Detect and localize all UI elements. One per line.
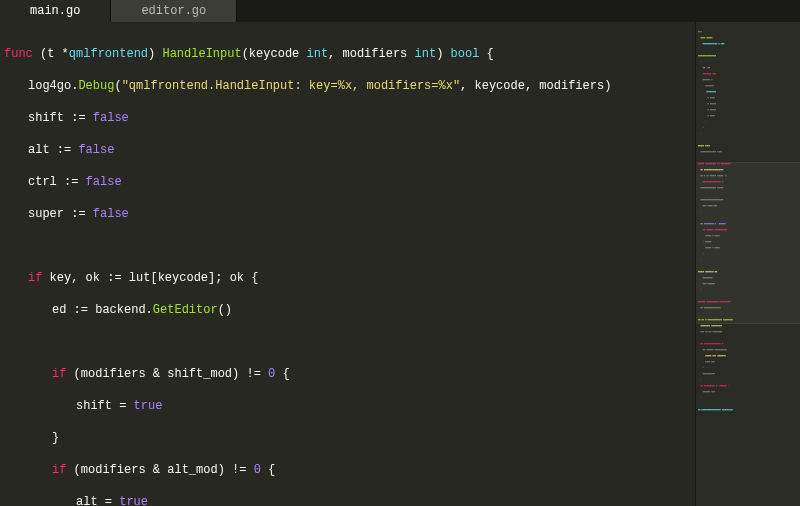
tok: shift = bbox=[76, 399, 134, 413]
editor-body: func (t *qmlfrontend) HandleInput(keycod… bbox=[0, 22, 800, 506]
code-editor[interactable]: func (t *qmlfrontend) HandleInput(keycod… bbox=[0, 22, 695, 506]
tok: { bbox=[261, 463, 275, 477]
tok: (modifiers & alt_mod) != bbox=[66, 463, 253, 477]
bool: false bbox=[93, 207, 129, 221]
tok: ctrl := bbox=[28, 175, 86, 189]
tab-label: main.go bbox=[30, 4, 80, 18]
editor-window: main.go editor.go func (t *qmlfrontend) … bbox=[0, 0, 800, 506]
tok: , keycode, modifiers) bbox=[460, 79, 611, 93]
tok: { bbox=[479, 47, 493, 61]
num: 0 bbox=[254, 463, 261, 477]
minimap[interactable]: ▄▄▄ ▄▄▄▄ ▄▄▄▄▄ ▄▄▄▄▄▄▄▄▄▄▄▄ ▄ ▄▄▄ ▄▄▄▄▄▄… bbox=[695, 22, 800, 506]
tok: alt = bbox=[76, 495, 119, 506]
fn-name: HandleInput bbox=[162, 47, 241, 61]
bool: false bbox=[93, 111, 129, 125]
kw-if: if bbox=[52, 463, 66, 477]
tok: log4go. bbox=[28, 79, 78, 93]
tok: ) bbox=[148, 47, 155, 61]
tok: super := bbox=[28, 207, 93, 221]
tok: shift := bbox=[28, 111, 93, 125]
tab-label: editor.go bbox=[141, 4, 206, 18]
kw-if: if bbox=[28, 271, 42, 285]
type: int bbox=[415, 47, 437, 61]
tok: (keycode bbox=[242, 47, 307, 61]
tok: } bbox=[52, 431, 59, 445]
tok: ed := backend. bbox=[52, 303, 153, 317]
tab-bar-filler bbox=[237, 0, 800, 22]
bool: true bbox=[134, 399, 163, 413]
tab-main-go[interactable]: main.go bbox=[0, 0, 111, 22]
tok: () bbox=[218, 303, 232, 317]
kw-if: if bbox=[52, 367, 66, 381]
tok: (modifiers & shift_mod) != bbox=[66, 367, 268, 381]
type: qmlfrontend bbox=[69, 47, 148, 61]
fn: Debug bbox=[78, 79, 114, 93]
tok: ) bbox=[436, 47, 450, 61]
tab-editor-go[interactable]: editor.go bbox=[111, 0, 237, 22]
type: bool bbox=[451, 47, 480, 61]
tok: alt := bbox=[28, 143, 78, 157]
bool: true bbox=[119, 495, 148, 506]
fn: GetEditor bbox=[153, 303, 218, 317]
tok: ( bbox=[114, 79, 121, 93]
bool: false bbox=[86, 175, 122, 189]
tok: , modifiers bbox=[328, 47, 414, 61]
kw-func: func bbox=[4, 47, 33, 61]
type: int bbox=[306, 47, 328, 61]
tok: { bbox=[275, 367, 289, 381]
tok: key, ok := lut[keycode]; ok { bbox=[42, 271, 258, 285]
tok: (t * bbox=[40, 47, 69, 61]
bool: false bbox=[78, 143, 114, 157]
str: "qmlfrontend.HandleInput: key=%x, modifi… bbox=[122, 79, 460, 93]
tab-bar: main.go editor.go bbox=[0, 0, 800, 22]
